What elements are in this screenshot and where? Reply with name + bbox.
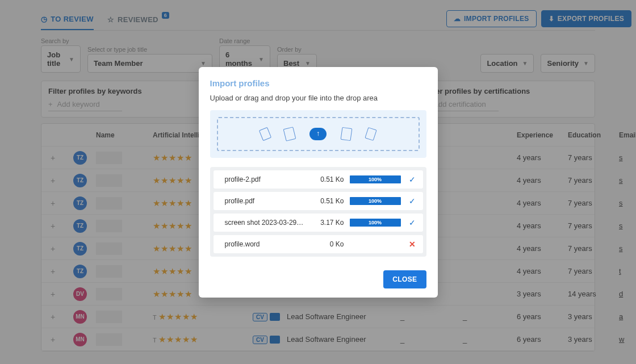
file-size: 0.51 Ko <box>310 197 344 205</box>
doc-icon <box>259 127 271 141</box>
progress-bar: 100% <box>350 197 401 205</box>
file-row: profile.word0 Ko✕ <box>214 235 423 253</box>
close-button[interactable]: CLOSE <box>383 270 426 288</box>
file-name: profile.word <box>225 240 304 248</box>
doc-icon <box>341 127 353 140</box>
import-profiles-modal: Import profiles Upload or drag and drop … <box>199 67 438 298</box>
modal-overlay[interactable]: Import profiles Upload or drag and drop … <box>0 0 636 364</box>
file-status: ✓ <box>407 175 418 184</box>
check-icon: ✓ <box>409 175 416 184</box>
file-size: 0 Ko <box>310 240 344 248</box>
file-drop-zone[interactable] <box>210 110 426 158</box>
modal-subtitle: Upload or drag and drop your file into t… <box>210 94 426 102</box>
modal-actions: CLOSE <box>210 270 426 288</box>
file-row: screen shot 2023-03-29 a...3.17 Ko100%✓ <box>214 214 423 232</box>
drop-inner <box>217 117 420 151</box>
file-row: profile.pdf0.51 Ko100%✓ <box>214 192 423 210</box>
doc-icon <box>283 127 296 141</box>
file-row: profile-2.pdf0.51 Ko100%✓ <box>214 170 423 189</box>
progress-bar: 100% <box>350 175 401 183</box>
file-name: profile.pdf <box>225 197 304 205</box>
file-name: profile-2.pdf <box>225 175 304 183</box>
file-status: ✕ <box>407 240 418 249</box>
file-size: 0.51 Ko <box>310 175 344 183</box>
error-icon[interactable]: ✕ <box>409 240 416 249</box>
file-size: 3.17 Ko <box>310 219 344 227</box>
doc-icon <box>365 127 376 141</box>
file-name: screen shot 2023-03-29 a... <box>225 219 304 227</box>
check-icon: ✓ <box>409 218 416 227</box>
modal-title: Import profiles <box>210 78 426 88</box>
check-icon: ✓ <box>409 196 416 206</box>
file-status: ✓ <box>407 218 418 227</box>
progress-bar: 100% <box>350 219 401 227</box>
file-status: ✓ <box>407 196 418 206</box>
cloud-upload-icon <box>309 128 327 140</box>
uploaded-files-list: profile-2.pdf0.51 Ko100%✓profile.pdf0.51… <box>210 167 426 257</box>
